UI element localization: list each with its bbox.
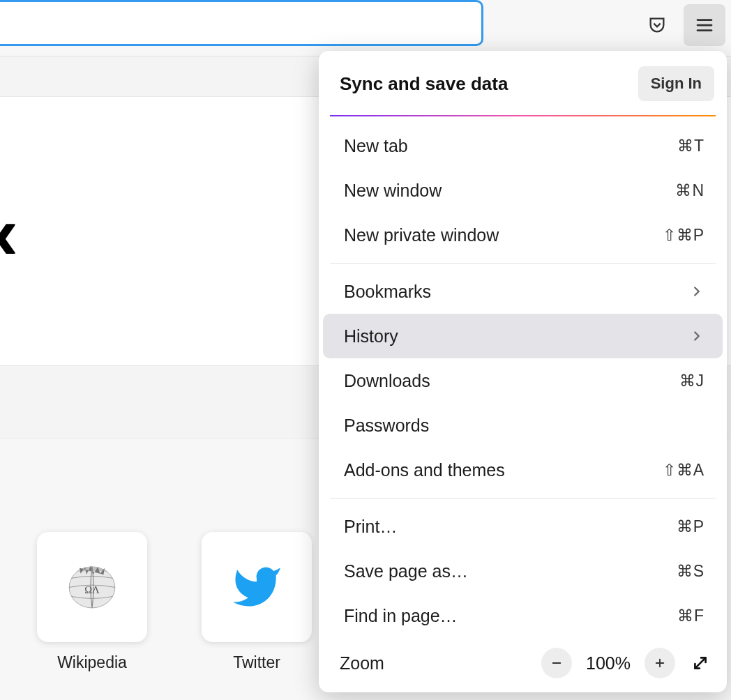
menu-item-new-tab[interactable]: New tab ⌘T — [323, 123, 723, 168]
svg-line-9 — [695, 657, 705, 668]
zoom-out-button[interactable] — [541, 648, 572, 678]
menu-item-label: History — [344, 326, 398, 347]
shortcut: ⌘J — [679, 372, 705, 390]
shortcut: ⌘N — [675, 181, 704, 200]
tile-label: Wikipedia — [57, 653, 127, 672]
menu-item-label: Save page as… — [344, 561, 468, 581]
partial-text-x: ‹ — [0, 188, 19, 277]
menu-item-addons-themes[interactable]: Add-ons and themes ⇧⌘A — [323, 448, 723, 492]
menu-item-history[interactable]: History — [323, 314, 723, 358]
menu-item-label: New private window — [344, 225, 499, 245]
sync-title: Sync and save data — [340, 73, 508, 95]
minus-icon — [550, 657, 563, 669]
menu-item-print[interactable]: Print… ⌘P — [323, 504, 723, 549]
tile-twitter[interactable]: Twitter — [202, 532, 312, 672]
hamburger-menu-button[interactable] — [684, 4, 725, 46]
plus-icon — [654, 657, 666, 669]
pocket-icon[interactable] — [639, 7, 675, 43]
zoom-row: Zoom 100% — [319, 641, 727, 685]
menu-item-save-page-as[interactable]: Save page as… ⌘S — [323, 549, 723, 593]
tile-label: Twitter — [233, 653, 280, 672]
zoom-label: Zoom — [340, 653, 384, 674]
chevron-right-icon — [689, 328, 704, 344]
svg-text:ΩΛ: ΩΛ — [84, 584, 100, 595]
menu-item-new-private-window[interactable]: New private window ⇧⌘P — [323, 213, 723, 257]
menu-item-label: Downloads — [344, 371, 430, 391]
zoom-in-button[interactable] — [645, 648, 675, 678]
menu-item-passwords[interactable]: Passwords — [323, 403, 723, 448]
shortcut: ⌘T — [677, 137, 704, 155]
menu-item-label: Add-ons and themes — [344, 460, 505, 480]
menu-item-label: Find in page… — [344, 606, 458, 626]
menu-item-label: New tab — [344, 136, 408, 156]
menu-item-label: Passwords — [344, 416, 429, 436]
toolbar-right — [639, 0, 731, 50]
zoom-percent: 100% — [582, 653, 635, 674]
top-sites: ΩΛ Wikipedia Twitter — [37, 532, 312, 672]
shortcut: ⇧⌘A — [663, 461, 704, 480]
fullscreen-button[interactable] — [685, 648, 716, 678]
url-bar[interactable] — [0, 0, 483, 46]
menu-item-new-window[interactable]: New window ⌘N — [323, 168, 723, 213]
shortcut: ⇧⌘P — [663, 226, 704, 245]
menu-item-label: New window — [344, 181, 442, 201]
wikipedia-icon: ΩΛ — [63, 560, 121, 614]
menu-item-label: Print… — [344, 517, 397, 537]
divider — [330, 498, 716, 499]
menu-item-downloads[interactable]: Downloads ⌘J — [323, 358, 723, 403]
shortcut: ⌘S — [677, 562, 704, 581]
browser-toolbar — [0, 0, 731, 56]
zoom-controls: 100% — [541, 648, 716, 678]
chevron-right-icon — [689, 284, 704, 299]
twitter-icon — [225, 561, 288, 613]
menu-item-find-in-page[interactable]: Find in page… ⌘F — [323, 593, 723, 638]
divider — [330, 263, 716, 264]
shortcut: ⌘P — [677, 517, 704, 536]
fullscreen-icon — [691, 654, 709, 672]
menu-item-bookmarks[interactable]: Bookmarks — [323, 269, 723, 314]
menu-item-label: Bookmarks — [344, 282, 431, 302]
sync-header: Sync and save data Sign In — [319, 51, 727, 115]
tile-wikipedia[interactable]: ΩΛ Wikipedia — [37, 532, 147, 672]
main-menu-dropdown: Sync and save data Sign In New tab ⌘T Ne… — [319, 51, 727, 692]
sign-in-button[interactable]: Sign In — [638, 66, 714, 101]
shortcut: ⌘F — [677, 607, 704, 625]
